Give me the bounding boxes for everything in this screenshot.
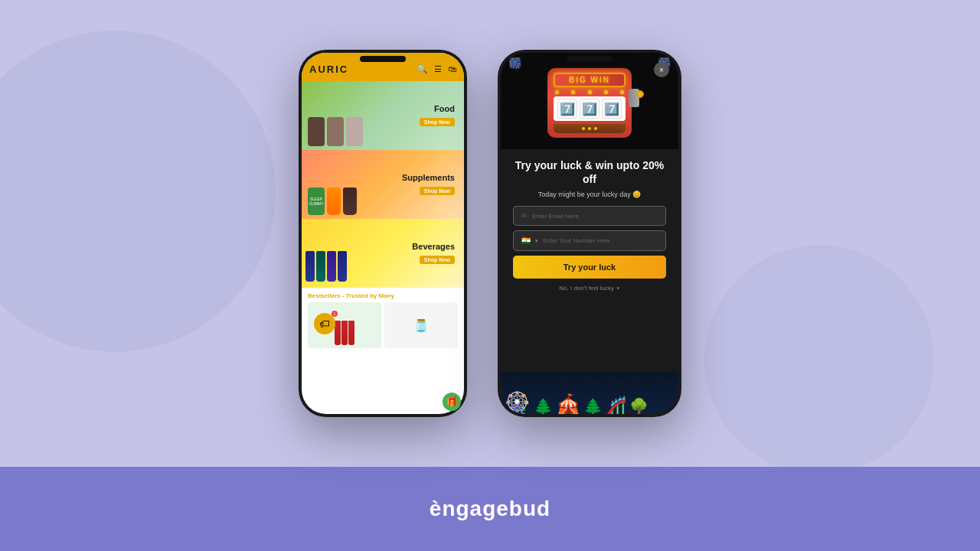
bev-3 (327, 251, 336, 282)
left-phone-frame: AURIC 🔍 ☰ 🛍 Food Shop Now (299, 50, 467, 417)
right-phone-frame: × 🎆 🎆 BIG WIN (498, 50, 681, 417)
slot-reels: 7️⃣ 7️⃣ 7️⃣ (554, 96, 626, 121)
popup-subtext: Today might be your lucky day 😊 (538, 191, 642, 198)
reel-1: 7️⃣ (557, 99, 577, 119)
phone-placeholder: Enter Your Number Here (543, 237, 610, 244)
beverages-shop-btn[interactable]: Shop Now (420, 256, 455, 264)
bestseller-img: 🫙 (384, 302, 458, 348)
supp-product-1: SLEEP GUMMY (308, 187, 325, 215)
slot-area: 🎆 🎆 BIG WIN 7️⃣ 7️⃣ (501, 53, 678, 149)
food-shop-btn[interactable]: Shop Now (420, 118, 455, 126)
auric-logo: AURIC (309, 64, 348, 75)
phone-notch-left (360, 56, 406, 62)
search-icon[interactable]: 🔍 (417, 64, 428, 74)
coin (636, 90, 644, 98)
menu-icon[interactable]: ☰ (434, 64, 442, 74)
footer-logo: èngagebud (430, 497, 550, 521)
supplements-shop-btn[interactable]: Shop Now (420, 187, 455, 195)
auric-header-icons: 🔍 ☰ 🛍 (417, 64, 456, 74)
tree-icon-left: 🌲 (534, 399, 553, 414)
gift-badge[interactable]: 🎁 (443, 393, 461, 411)
base-light-2 (588, 127, 591, 130)
supplements-text: Supplements Shop Now (402, 173, 455, 196)
food-banner[interactable]: Food Shop Now (302, 81, 464, 150)
beverages-title: Beverages (412, 242, 455, 251)
tree-icon-mid: 🌲 (583, 399, 603, 414)
decline-icon: × (616, 285, 620, 292)
sm-bottle-1 (335, 321, 341, 345)
food-title: Food (420, 104, 455, 113)
ferris-wheel-icon: 🎡 (504, 393, 531, 414)
fireworks-left: 🎆 (508, 57, 521, 69)
sm-bottle-3 (348, 321, 354, 345)
light-4 (604, 90, 608, 94)
email-placeholder: Enter Email Here (532, 213, 579, 220)
popup-close-button[interactable]: × (654, 62, 669, 77)
sm-bottle-2 (341, 321, 348, 345)
phone-input-wrapper[interactable]: 🇮🇳 ▾ Enter Your Number Here (513, 230, 666, 251)
product-3 (346, 117, 363, 146)
reel-3: 7️⃣ (602, 99, 622, 119)
supplements-title: Supplements (402, 173, 455, 182)
main-area: AURIC 🔍 ☰ 🛍 Food Shop Now (0, 0, 980, 467)
bev-4 (338, 251, 347, 282)
roller-coaster-icon: 🎢 (606, 397, 626, 414)
supp-product-3 (343, 187, 357, 215)
slot-machine: BIG WIN 7️⃣ 7️⃣ 7️⃣ (547, 68, 632, 138)
email-input-wrapper[interactable]: ✉ Enter Email Here (513, 206, 666, 226)
light-5 (620, 90, 624, 94)
supplements-banner[interactable]: SLEEP GUMMY Supplements Shop Now (302, 150, 464, 219)
right-phone-screen: × 🎆 🎆 BIG WIN (501, 53, 678, 414)
light-3 (588, 90, 592, 94)
light-2 (571, 90, 575, 94)
carnival-scene: 🎡 🌲 🎪 🌲 🎢 🌳 (501, 393, 678, 414)
chevron-icon: ▾ (535, 238, 538, 244)
beverages-text: Beverages Shop Now (412, 242, 455, 265)
flag-icon: 🇮🇳 (521, 236, 531, 245)
beverages-banner[interactable]: Beverages Shop Now (302, 219, 464, 288)
bev-1 (305, 251, 315, 282)
carnival-footer: 🎡 🌲 🎪 🌲 🎢 🌳 (501, 372, 678, 414)
product-2 (327, 117, 344, 146)
left-phone-screen: AURIC 🔍 ☰ 🛍 Food Shop Now (302, 53, 464, 414)
food-text: Food Shop Now (420, 104, 455, 127)
decline-text-wrapper[interactable]: No, I don't feel lucky × (559, 285, 619, 292)
big-win-text: BIG WIN (558, 76, 621, 84)
slot-base (554, 124, 626, 133)
base-light-1 (582, 127, 585, 130)
tag-icon-wrap[interactable]: 🏷 1 (314, 313, 335, 334)
food-products (308, 117, 363, 146)
tree-icon-right: 🌳 (629, 399, 648, 414)
popup-headline: Try your luck & win upto 20% off (513, 158, 666, 186)
email-icon: ✉ (521, 212, 528, 220)
big-win-sign: BIG WIN (554, 73, 626, 87)
product-1 (308, 117, 325, 146)
tent-icon: 🎪 (556, 394, 580, 414)
base-light-3 (594, 127, 597, 130)
bestsellers-title: Bestsellers - Trusted by Many (308, 292, 458, 299)
light-1 (555, 90, 559, 94)
decline-text: No, I don't feel lucky (559, 285, 614, 292)
supp-product-2 (327, 187, 341, 215)
popup-content: Try your luck & win upto 20% off Today m… (501, 149, 678, 372)
beverage-bottles (305, 251, 347, 282)
footer-bar: èngagebud (0, 467, 980, 551)
bestseller-item-2[interactable]: 🫙 (384, 302, 458, 348)
tag-icon: 🏷 (319, 318, 330, 330)
reel-2: 7️⃣ (580, 99, 599, 119)
notification-badge: 1 (332, 311, 338, 317)
cart-icon[interactable]: 🛍 (448, 64, 456, 74)
bev-2 (316, 251, 325, 282)
slot-lights (554, 90, 626, 94)
phone-notch-right (567, 56, 612, 62)
try-luck-button[interactable]: Try your luck (513, 256, 666, 279)
supps-products: SLEEP GUMMY (308, 187, 357, 215)
coin-slot (629, 89, 639, 107)
